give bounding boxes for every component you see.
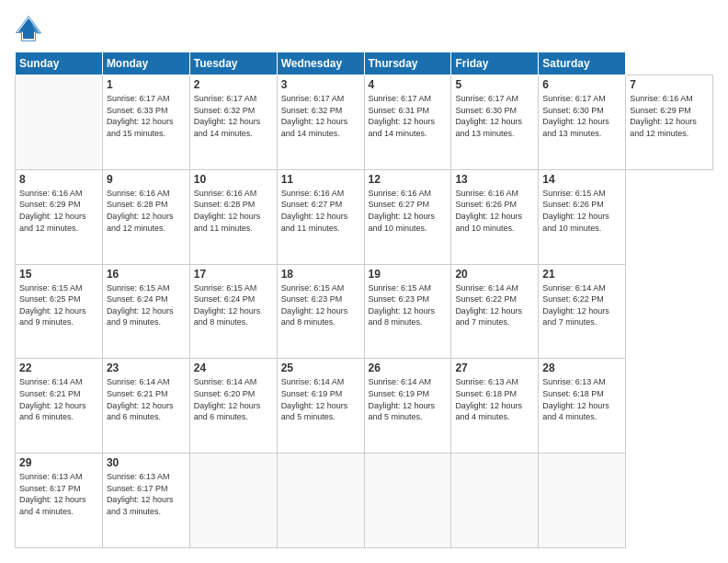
day-header-thursday: Thursday — [364, 52, 451, 75]
day-info: Sunrise: 6:15 AMSunset: 6:26 PMDaylight:… — [542, 189, 609, 233]
day-number: 6 — [542, 78, 621, 91]
logo — [15, 15, 46, 42]
day-info: Sunrise: 6:16 AMSunset: 6:26 PMDaylight:… — [455, 189, 522, 233]
day-cell-22: 22Sunrise: 6:14 AMSunset: 6:21 PMDayligh… — [16, 359, 103, 454]
day-info: Sunrise: 6:15 AMSunset: 6:24 PMDaylight:… — [194, 283, 261, 327]
empty-cell — [451, 454, 539, 548]
day-cell-10: 10Sunrise: 6:16 AMSunset: 6:28 PMDayligh… — [189, 169, 277, 264]
day-number: 3 — [281, 78, 360, 91]
calendar-body: 1Sunrise: 6:17 AMSunset: 6:33 PMDaylight… — [16, 75, 713, 548]
day-number: 15 — [19, 268, 98, 281]
day-cell-23: 23Sunrise: 6:14 AMSunset: 6:21 PMDayligh… — [102, 359, 189, 454]
week-row-3: 22Sunrise: 6:14 AMSunset: 6:21 PMDayligh… — [16, 359, 713, 454]
week-row-4: 29Sunrise: 6:13 AMSunset: 6:17 PMDayligh… — [16, 454, 713, 548]
day-cell-2: 2Sunrise: 6:17 AMSunset: 6:32 PMDaylight… — [189, 75, 277, 170]
day-header-sunday: Sunday — [16, 52, 103, 75]
empty-cell — [364, 454, 451, 548]
day-cell-20: 20Sunrise: 6:14 AMSunset: 6:22 PMDayligh… — [451, 264, 539, 359]
week-row-0: 1Sunrise: 6:17 AMSunset: 6:33 PMDaylight… — [16, 75, 713, 170]
day-info: Sunrise: 6:15 AMSunset: 6:24 PMDaylight:… — [107, 283, 174, 327]
day-cell-27: 27Sunrise: 6:13 AMSunset: 6:18 PMDayligh… — [451, 359, 539, 454]
day-header-friday: Friday — [451, 52, 539, 75]
day-cell-13: 13Sunrise: 6:16 AMSunset: 6:26 PMDayligh… — [451, 169, 539, 264]
day-info: Sunrise: 6:13 AMSunset: 6:18 PMDaylight:… — [455, 377, 522, 421]
day-info: Sunrise: 6:15 AMSunset: 6:23 PMDaylight:… — [369, 283, 436, 327]
day-number: 2 — [194, 78, 273, 91]
day-number: 21 — [542, 268, 621, 281]
day-number: 26 — [369, 362, 448, 374]
day-cell-7: 7Sunrise: 6:16 AMSunset: 6:29 PMDaylight… — [626, 75, 713, 170]
day-cell-1: 1Sunrise: 6:17 AMSunset: 6:33 PMDaylight… — [102, 75, 189, 170]
day-cell-30: 30Sunrise: 6:13 AMSunset: 6:17 PMDayligh… — [102, 454, 189, 548]
day-info: Sunrise: 6:13 AMSunset: 6:18 PMDaylight:… — [542, 377, 609, 421]
day-number: 8 — [19, 173, 98, 186]
day-info: Sunrise: 6:15 AMSunset: 6:23 PMDaylight:… — [281, 283, 348, 327]
page: SundayMondayTuesdayWednesdayThursdayFrid… — [0, 0, 728, 563]
day-number: 7 — [630, 78, 709, 91]
day-cell-16: 16Sunrise: 6:15 AMSunset: 6:24 PMDayligh… — [102, 264, 189, 359]
day-number: 12 — [369, 173, 448, 186]
day-number: 23 — [107, 362, 186, 374]
day-cell-17: 17Sunrise: 6:15 AMSunset: 6:24 PMDayligh… — [189, 264, 277, 359]
day-info: Sunrise: 6:17 AMSunset: 6:32 PMDaylight:… — [194, 94, 261, 138]
day-number: 28 — [542, 362, 621, 374]
day-cell-12: 12Sunrise: 6:16 AMSunset: 6:27 PMDayligh… — [364, 169, 451, 264]
day-cell-29: 29Sunrise: 6:13 AMSunset: 6:17 PMDayligh… — [16, 454, 103, 548]
day-cell-6: 6Sunrise: 6:17 AMSunset: 6:30 PMDaylight… — [539, 75, 626, 170]
day-header-monday: Monday — [102, 52, 189, 75]
day-number: 16 — [107, 268, 186, 281]
day-info: Sunrise: 6:16 AMSunset: 6:29 PMDaylight:… — [630, 94, 697, 138]
day-cell-24: 24Sunrise: 6:14 AMSunset: 6:20 PMDayligh… — [189, 359, 277, 454]
day-info: Sunrise: 6:13 AMSunset: 6:17 PMDaylight:… — [107, 472, 174, 516]
day-cell-4: 4Sunrise: 6:17 AMSunset: 6:31 PMDaylight… — [364, 75, 451, 170]
day-number: 1 — [107, 78, 186, 91]
day-cell-14: 14Sunrise: 6:15 AMSunset: 6:26 PMDayligh… — [539, 169, 626, 264]
day-cell-9: 9Sunrise: 6:16 AMSunset: 6:28 PMDaylight… — [102, 169, 189, 264]
day-info: Sunrise: 6:16 AMSunset: 6:28 PMDaylight:… — [107, 189, 174, 233]
empty-cell — [539, 454, 626, 548]
day-number: 5 — [455, 78, 534, 91]
day-info: Sunrise: 6:14 AMSunset: 6:19 PMDaylight:… — [281, 377, 348, 421]
day-cell-15: 15Sunrise: 6:15 AMSunset: 6:25 PMDayligh… — [16, 264, 103, 359]
day-cell-28: 28Sunrise: 6:13 AMSunset: 6:18 PMDayligh… — [539, 359, 626, 454]
day-cell-21: 21Sunrise: 6:14 AMSunset: 6:22 PMDayligh… — [539, 264, 626, 359]
day-info: Sunrise: 6:17 AMSunset: 6:30 PMDaylight:… — [455, 94, 522, 138]
day-info: Sunrise: 6:13 AMSunset: 6:17 PMDaylight:… — [19, 472, 86, 516]
day-info: Sunrise: 6:17 AMSunset: 6:31 PMDaylight:… — [369, 94, 436, 138]
day-cell-19: 19Sunrise: 6:15 AMSunset: 6:23 PMDayligh… — [364, 264, 451, 359]
day-header-tuesday: Tuesday — [189, 52, 277, 75]
week-row-2: 15Sunrise: 6:15 AMSunset: 6:25 PMDayligh… — [16, 264, 713, 359]
empty-cell — [277, 454, 364, 548]
day-info: Sunrise: 6:14 AMSunset: 6:19 PMDaylight:… — [369, 377, 436, 421]
day-number: 11 — [281, 173, 360, 186]
header-row: SundayMondayTuesdayWednesdayThursdayFrid… — [16, 52, 713, 75]
day-number: 22 — [19, 362, 98, 374]
day-number: 25 — [281, 362, 360, 374]
day-cell-5: 5Sunrise: 6:17 AMSunset: 6:30 PMDaylight… — [451, 75, 539, 170]
day-number: 20 — [455, 268, 534, 281]
day-number: 9 — [107, 173, 186, 186]
day-number: 30 — [107, 456, 186, 469]
logo-icon — [15, 15, 42, 42]
day-number: 27 — [455, 362, 534, 374]
day-cell-25: 25Sunrise: 6:14 AMSunset: 6:19 PMDayligh… — [277, 359, 364, 454]
day-info: Sunrise: 6:17 AMSunset: 6:32 PMDaylight:… — [281, 94, 348, 138]
day-cell-8: 8Sunrise: 6:16 AMSunset: 6:29 PMDaylight… — [16, 169, 103, 264]
day-info: Sunrise: 6:14 AMSunset: 6:22 PMDaylight:… — [455, 283, 522, 327]
day-cell-11: 11Sunrise: 6:16 AMSunset: 6:27 PMDayligh… — [277, 169, 364, 264]
day-number: 14 — [542, 173, 621, 186]
day-info: Sunrise: 6:15 AMSunset: 6:25 PMDaylight:… — [19, 283, 86, 327]
day-info: Sunrise: 6:14 AMSunset: 6:21 PMDaylight:… — [107, 377, 174, 421]
day-info: Sunrise: 6:16 AMSunset: 6:29 PMDaylight:… — [19, 189, 86, 233]
day-number: 13 — [455, 173, 534, 186]
day-header-wednesday: Wednesday — [277, 52, 364, 75]
day-number: 17 — [194, 268, 273, 281]
day-cell-26: 26Sunrise: 6:14 AMSunset: 6:19 PMDayligh… — [364, 359, 451, 454]
day-info: Sunrise: 6:17 AMSunset: 6:30 PMDaylight:… — [542, 94, 609, 138]
day-number: 4 — [369, 78, 448, 91]
day-number: 29 — [19, 456, 98, 469]
day-header-saturday: Saturday — [539, 52, 626, 75]
header — [15, 15, 713, 42]
day-cell-3: 3Sunrise: 6:17 AMSunset: 6:32 PMDaylight… — [277, 75, 364, 170]
day-number: 24 — [194, 362, 273, 374]
